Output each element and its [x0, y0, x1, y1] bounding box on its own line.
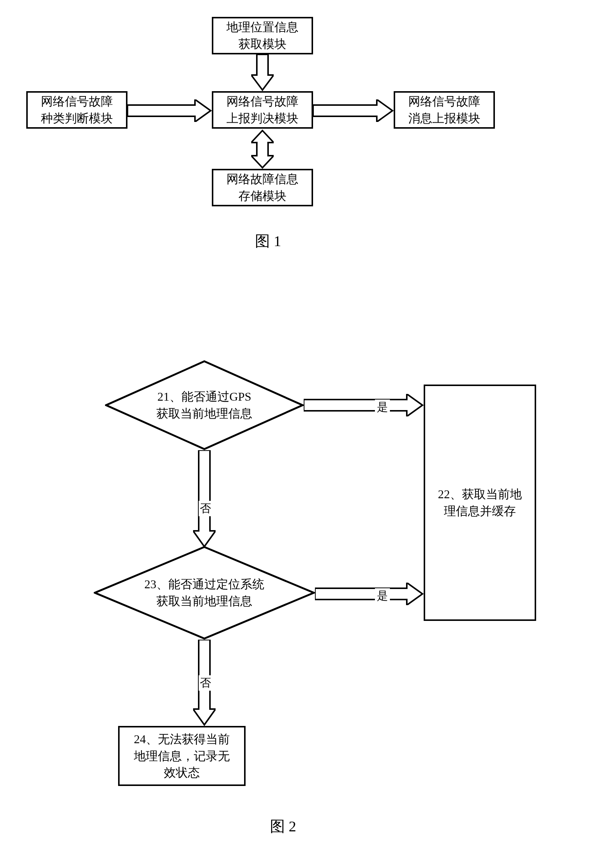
report-decision-module-box: 网络信号故障 上报判决模块 [212, 91, 313, 129]
geo-location-module-text: 地理位置信息 获取模块 [227, 19, 298, 53]
report-decision-module-text: 网络信号故障 上报判决模块 [227, 93, 298, 127]
fault-type-module-text: 网络信号故障 种类判断模块 [41, 93, 113, 127]
arrow-21-to-23 [193, 450, 216, 548]
step23-diamond: 23、能否通过定位系统 获取当前地理信息 [94, 546, 315, 640]
arrow-bidirectional-storage [251, 129, 274, 169]
label-yes-23: 是 [375, 588, 390, 604]
step23-text: 23、能否通过定位系统 获取当前地理信息 [144, 576, 264, 609]
figure1-caption: 图 1 [255, 231, 281, 251]
step22-box: 22、获取当前地 理信息并缓存 [424, 384, 536, 621]
fault-storage-module-text: 网络故障信息 存储模块 [227, 171, 298, 204]
fault-type-module-box: 网络信号故障 种类判断模块 [26, 91, 127, 129]
geo-location-module-box: 地理位置信息 获取模块 [212, 17, 313, 54]
label-yes-21: 是 [375, 399, 390, 415]
arrow-23-to-22 [315, 583, 424, 605]
step21-text: 21、能否通过GPS 获取当前地理信息 [156, 388, 252, 422]
step24-box: 24、无法获得当前 地理信息，记录无 效状态 [118, 726, 245, 786]
arrow-right-fault-type [127, 99, 212, 122]
arrow-right-report-decision [313, 99, 394, 122]
msg-report-module-text: 网络信号故障 消息上报模块 [408, 93, 480, 127]
arrow-down-geo [251, 54, 274, 92]
step24-text: 24、无法获得当前 地理信息，记录无 效状态 [134, 731, 230, 781]
arrow-21-to-22 [304, 394, 424, 417]
figure2-caption: 图 2 [270, 816, 296, 836]
fault-storage-module-box: 网络故障信息 存储模块 [212, 169, 313, 206]
label-no-23: 否 [199, 675, 212, 691]
label-no-21: 否 [199, 501, 212, 516]
step21-diamond: 21、能否通过GPS 获取当前地理信息 [105, 360, 304, 450]
msg-report-module-box: 网络信号故障 消息上报模块 [394, 91, 495, 129]
step22-text: 22、获取当前地 理信息并缓存 [438, 486, 522, 519]
